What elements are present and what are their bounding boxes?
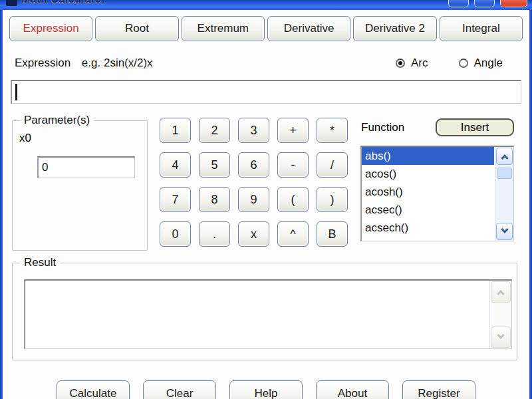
key-dot[interactable]: . [199,221,230,247]
radio-angle-circle [459,59,468,68]
key-4[interactable]: 4 [160,152,191,178]
tab-derivative[interactable]: Derivative [267,16,350,41]
function-label: Function [361,121,404,134]
list-item-acsec[interactable]: acsec() [362,201,494,219]
key-minus[interactable]: - [277,152,309,178]
title-bar: Math Calculator [0,0,532,10]
result-group: Result [12,263,517,360]
key-7[interactable]: 7 [160,187,191,212]
text-caret [15,84,17,100]
insert-button[interactable]: Insert [436,118,514,136]
key-1[interactable]: 1 [160,118,191,143]
function-list-items: abs() acos() acosh() acsec() acsech() [362,147,494,237]
result-scroll-up-button[interactable] [491,281,511,303]
scroll-thumb[interactable] [497,168,512,179]
window-title: Math Calculator [21,0,106,5]
radio-arc-label: Arc [411,57,428,70]
key-x[interactable]: x [238,221,269,247]
list-item-abs[interactable]: abs() [362,147,494,165]
list-item-acsech[interactable]: acsech() [362,219,494,237]
key-8[interactable]: 8 [199,187,230,212]
key-6[interactable]: 6 [238,152,269,178]
app-window: Math Calculator Expression Root Extremum… [0,0,532,399]
window-content: Expression Root Extremum Derivative Deri… [3,10,529,399]
chevron-up-icon [501,154,508,162]
keypad: 1 2 3 + * 4 5 6 - / 7 8 9 ( ) 0 . x ^ B [160,118,348,247]
key-lparen[interactable]: ( [277,187,309,212]
key-slash[interactable]: / [317,152,348,178]
scroll-down-button[interactable] [496,223,513,240]
app-icon [6,0,17,6]
key-3[interactable]: 3 [238,118,269,143]
list-item-acosh[interactable]: acosh() [362,183,494,201]
close-button[interactable] [500,0,527,7]
chevron-down-icon [501,226,508,233]
tab-root[interactable]: Root [95,16,178,41]
tab-integral[interactable]: Integral [440,16,523,41]
x0-label: x0 [19,132,31,145]
parameters-group: Parameter(s) x0 [12,120,148,251]
function-list-scrollbar[interactable] [495,147,513,241]
key-0[interactable]: 0 [160,221,191,247]
key-2[interactable]: 2 [199,118,230,143]
result-scroll-down-button[interactable] [491,327,511,348]
tab-bar: Expression Root Extremum Derivative Deri… [9,16,523,41]
key-5[interactable]: 5 [199,152,230,178]
scroll-up-button[interactable] [496,148,513,165]
key-backspace[interactable]: B [317,221,348,247]
radio-arc[interactable]: Arc [396,57,428,70]
minimize-button[interactable] [448,0,469,7]
window-controls [448,0,527,7]
maximize-button[interactable] [474,0,495,7]
tab-expression[interactable]: Expression [9,16,92,41]
chevron-up-icon [497,290,504,297]
register-button[interactable]: Register [402,380,475,399]
key-caret[interactable]: ^ [277,221,309,247]
calculate-button[interactable]: Calculate [57,380,130,399]
tab-extremum[interactable]: Extremum [182,16,265,41]
list-item-acos[interactable]: acos() [362,165,494,183]
expression-input[interactable] [11,80,521,104]
key-rparen[interactable]: ) [317,187,348,212]
expression-hint: e.g. 2sin(x/2)x [82,57,153,69]
angle-mode-radios: Arc Angle [396,57,503,70]
tab-derivative-2[interactable]: Derivative 2 [353,16,436,41]
chevron-down-icon [497,332,504,339]
footer-button-row: Calculate Clear Help About Register [3,380,529,399]
help-button[interactable]: Help [229,380,303,399]
result-scrollbar[interactable] [489,281,511,348]
result-textarea[interactable] [24,279,512,349]
key-plus[interactable]: + [277,118,309,143]
x0-input[interactable] [37,156,135,178]
radio-arc-circle [396,59,405,68]
about-button[interactable]: About [316,380,389,399]
expression-header: Expression e.g. 2sin(x/2)x Arc Angle [15,57,519,72]
result-group-label: Result [20,256,60,269]
key-asterisk[interactable]: * [317,118,348,143]
radio-angle[interactable]: Angle [459,57,503,70]
parameters-group-label: Parameter(s) [20,114,94,127]
expression-label: Expression [15,57,70,69]
function-list: abs() acos() acosh() acsec() acsech() [360,146,514,241]
clear-button[interactable]: Clear [143,380,216,399]
key-9[interactable]: 9 [238,187,269,212]
radio-angle-label: Angle [474,57,503,70]
